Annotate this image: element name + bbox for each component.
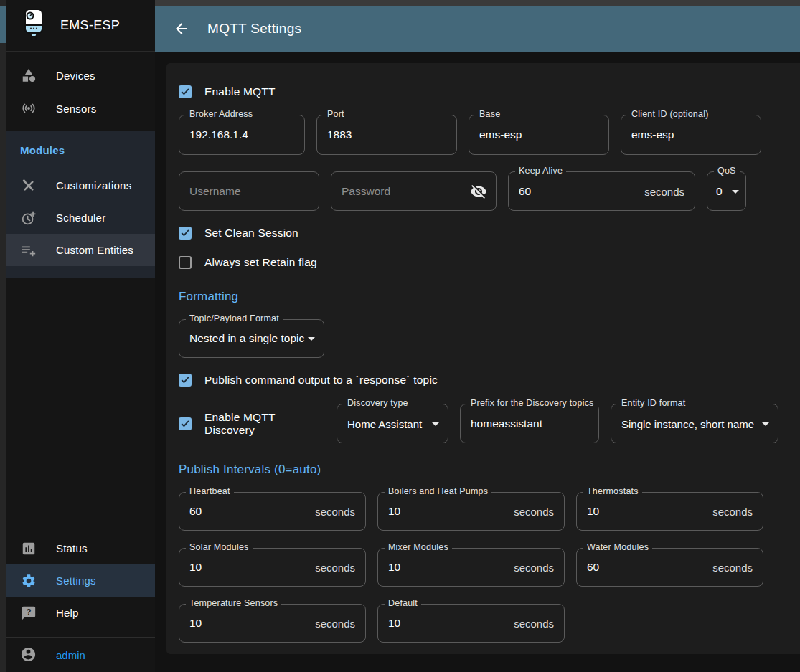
app-bar: MQTT Settings [155, 6, 800, 52]
field-value: Home Assistant [347, 417, 422, 430]
sidebar-nav-top: Devices Sensors [6, 52, 155, 131]
field-value: 10 [388, 561, 400, 574]
sidebar-item-scheduler[interactable]: Scheduler [6, 202, 155, 234]
sidebar-item-devices[interactable]: Devices [6, 59, 155, 92]
discovery-type-select[interactable]: Discovery type Home Assistant [337, 404, 448, 443]
field-suffix: seconds [514, 506, 554, 518]
sidebar-item-custom-entities[interactable]: Custom Entities [6, 234, 155, 266]
field-label: Boilers and Heat Pumps [385, 486, 491, 496]
set-clean-session-checkbox[interactable] [179, 227, 192, 240]
client-id-field[interactable]: Client ID (optional) ems-esp [621, 115, 761, 155]
base-field[interactable]: Base ems-esp [469, 115, 609, 155]
thermostats-interval-field[interactable]: Thermostats 10 seconds [576, 492, 763, 531]
broker-address-field[interactable]: Broker Address 192.168.1.4 [179, 115, 305, 155]
field-label: Water Modules [583, 542, 652, 552]
field-label: Mixer Modules [385, 542, 452, 552]
field-label: Entity ID format [618, 398, 689, 408]
sidebar-item-sensors[interactable]: Sensors [6, 92, 155, 125]
sidebar-item-label: Status [56, 542, 88, 554]
boilers-interval-field[interactable]: Boilers and Heat Pumps 10 seconds [377, 492, 565, 531]
password-field[interactable]: Password [331, 171, 497, 211]
set-clean-session-label: Set Clean Session [204, 227, 298, 240]
field-value: Nested in a single topic [189, 332, 304, 345]
field-value: 0 [716, 185, 723, 198]
sidebar-user-row[interactable]: admin [6, 638, 155, 672]
sidebar-item-status[interactable]: Status [6, 532, 155, 564]
field-value: 10 [189, 617, 202, 630]
qos-select[interactable]: QoS 0 [707, 171, 746, 211]
field-value: ems-esp [479, 128, 522, 141]
water-interval-field[interactable]: Water Modules 60 seconds [576, 548, 763, 587]
field-suffix: seconds [712, 506, 753, 518]
field-suffix: seconds [712, 562, 753, 574]
field-value: homeassistant [471, 417, 542, 430]
sidebar-item-label: Sensors [56, 103, 96, 115]
field-suffix: seconds [644, 185, 684, 197]
publish-response-checkbox[interactable] [179, 374, 192, 387]
entity-id-format-select[interactable]: Entity ID format Single instance, short … [611, 404, 778, 443]
discovery-prefix-field[interactable]: Prefix for the Discovery topics homeassi… [460, 404, 599, 443]
svg-text:?: ? [27, 607, 32, 616]
playlist-add-icon [20, 242, 37, 259]
field-suffix: seconds [514, 562, 554, 574]
sidebar-item-help[interactable]: ? Help [6, 597, 155, 629]
enable-mqtt-checkbox[interactable] [179, 85, 192, 98]
keep-alive-field[interactable]: Keep Alive 60 seconds [508, 171, 695, 211]
publish-response-row: Publish command output to a `response` t… [179, 372, 778, 389]
field-label: Broker Address [186, 109, 256, 119]
enable-discovery-checkbox[interactable] [179, 417, 192, 430]
sidebar-item-label: Scheduler [56, 212, 105, 224]
sidebar-spacer [6, 278, 155, 532]
sidebar-item-label: Customizations [56, 179, 131, 191]
publish-intervals-heading: Publish Intervals (0=auto) [179, 463, 778, 478]
port-field[interactable]: Port 1883 [316, 115, 457, 155]
field-value: 1883 [327, 128, 352, 141]
credentials-row: Username Password Keep Alive 60 seconds [179, 171, 778, 211]
sidebar-nav-bottom: Status Settings ? Help [6, 532, 155, 629]
field-label: Thermostats [583, 486, 642, 496]
page-edge-sliver [0, 0, 6, 672]
field-value: 10 [388, 617, 400, 630]
sidebar-item-customizations[interactable]: Customizations [6, 169, 155, 202]
field-value: 60 [189, 505, 202, 518]
top-strip [155, 0, 800, 6]
eye-off-icon[interactable] [470, 183, 487, 200]
modules-section-label: Modules [6, 131, 155, 169]
gear-icon [20, 572, 37, 590]
back-arrow-icon[interactable] [173, 19, 192, 38]
field-placeholder: Password [342, 185, 390, 198]
temperature-interval-field[interactable]: Temperature Sensors 10 seconds [179, 604, 366, 643]
boiler-logo-icon [20, 8, 47, 44]
field-value: Single instance, short name [621, 417, 754, 430]
sidebar-item-label: Devices [56, 70, 95, 82]
enable-discovery-label: Enable MQTT Discovery [204, 411, 308, 437]
default-interval-field[interactable]: Default 10 seconds [377, 604, 565, 643]
sidebar-modules-section: Modules Customizations [6, 131, 155, 278]
chevron-down-icon [732, 190, 739, 194]
account-circle-icon [20, 646, 37, 663]
enable-mqtt-row: Enable MQTT [179, 83, 778, 100]
field-suffix: seconds [315, 617, 355, 630]
mixer-interval-field[interactable]: Mixer Modules 10 seconds [377, 548, 565, 587]
chevron-down-icon [762, 422, 769, 426]
app-logo-row: EMS-ESP [6, 0, 155, 52]
enable-mqtt-label: Enable MQTT [204, 85, 276, 98]
sidebar-item-settings[interactable]: Settings [6, 564, 155, 597]
construction-icon [20, 177, 37, 194]
sidebar: EMS-ESP Devices [6, 0, 155, 672]
field-label: QoS [714, 166, 740, 176]
category-icon [20, 67, 37, 84]
field-suffix: seconds [315, 506, 355, 518]
broker-fields-row: Broker Address 192.168.1.4 Port 1883 Bas… [179, 115, 778, 155]
solar-interval-field[interactable]: Solar Modules 10 seconds [179, 548, 366, 587]
chevron-down-icon [308, 337, 315, 341]
field-label: Topic/Payload Format [186, 313, 283, 323]
sensors-icon [20, 100, 37, 117]
main-area: MQTT Settings Enable MQTT Broker Address… [155, 0, 800, 672]
retain-flag-checkbox[interactable] [179, 256, 192, 269]
heartbeat-interval-field[interactable]: Heartbeat 60 seconds [179, 492, 366, 531]
topic-payload-format-select[interactable]: Topic/Payload Format Nested in a single … [179, 319, 324, 358]
field-suffix: seconds [514, 617, 554, 630]
chevron-down-icon [432, 422, 439, 426]
username-field[interactable]: Username [179, 171, 319, 211]
